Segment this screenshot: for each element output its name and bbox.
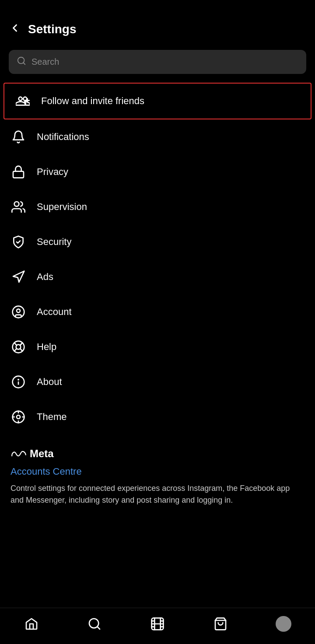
palette-icon xyxy=(10,409,26,425)
svg-point-5 xyxy=(14,202,19,206)
menu-item-help[interactable]: Help xyxy=(0,329,315,364)
menu-label-privacy: Privacy xyxy=(37,166,68,178)
person-circle-icon xyxy=(10,304,26,320)
bottom-nav xyxy=(0,608,315,644)
meta-logo: Meta xyxy=(10,448,304,460)
menu-item-security[interactable]: Security xyxy=(0,224,315,259)
header: Settings xyxy=(0,0,315,46)
info-circle-icon xyxy=(10,374,26,390)
megaphone-icon xyxy=(10,269,26,285)
nav-reels[interactable] xyxy=(144,614,171,634)
nav-home[interactable] xyxy=(18,614,45,634)
menu-item-supervision[interactable]: Supervision xyxy=(0,189,315,224)
svg-rect-4 xyxy=(13,172,24,178)
svg-point-18 xyxy=(18,379,18,380)
nav-profile[interactable] xyxy=(270,614,297,634)
menu-label-follow-friends: Follow and invite friends xyxy=(41,95,144,107)
menu-label-notifications: Notifications xyxy=(37,131,89,143)
page-title: Settings xyxy=(28,22,76,36)
menu-label-supervision: Supervision xyxy=(37,201,87,213)
nav-search[interactable] xyxy=(81,614,108,634)
menu-item-notifications[interactable]: Notifications xyxy=(0,119,315,154)
search-placeholder: Search xyxy=(32,57,59,67)
menu-item-privacy[interactable]: Privacy xyxy=(0,154,315,189)
lock-icon xyxy=(10,164,26,180)
accounts-centre-link[interactable]: Accounts Centre xyxy=(10,466,304,477)
meta-logo-text: Meta xyxy=(30,448,54,460)
menu-label-about: About xyxy=(37,376,62,388)
svg-line-10 xyxy=(14,343,17,346)
menu-label-help: Help xyxy=(37,341,56,353)
menu-item-about[interactable]: About xyxy=(0,364,315,399)
back-button[interactable] xyxy=(9,22,21,37)
add-person-icon xyxy=(15,93,31,109)
lifebuoy-icon xyxy=(10,339,26,355)
svg-point-7 xyxy=(17,309,20,312)
search-icon xyxy=(17,56,26,68)
search-bar[interactable]: Search xyxy=(9,50,306,74)
svg-line-26 xyxy=(97,626,100,629)
bell-icon xyxy=(10,129,26,145)
nav-shop[interactable] xyxy=(207,614,234,634)
shield-icon xyxy=(10,234,26,250)
meta-description: Control settings for connected experienc… xyxy=(10,483,304,506)
avatar xyxy=(276,616,291,632)
menu-item-ads[interactable]: Ads xyxy=(0,259,315,294)
menu-item-account[interactable]: Account xyxy=(0,294,315,329)
settings-menu: Follow and invite friends Notifications … xyxy=(0,83,315,434)
menu-label-theme: Theme xyxy=(37,411,66,423)
svg-line-14 xyxy=(14,349,17,351)
menu-item-follow-friends[interactable]: Follow and invite friends xyxy=(4,83,312,119)
menu-label-ads: Ads xyxy=(37,271,53,283)
meta-section: Meta Accounts Centre Control settings fo… xyxy=(10,448,304,506)
svg-line-1 xyxy=(23,63,25,64)
menu-label-security: Security xyxy=(37,236,71,248)
svg-point-20 xyxy=(17,415,20,419)
menu-label-account: Account xyxy=(37,306,72,318)
menu-item-theme[interactable]: Theme xyxy=(0,399,315,434)
people-icon xyxy=(10,199,26,215)
svg-line-11 xyxy=(20,349,23,351)
svg-line-13 xyxy=(20,343,22,346)
